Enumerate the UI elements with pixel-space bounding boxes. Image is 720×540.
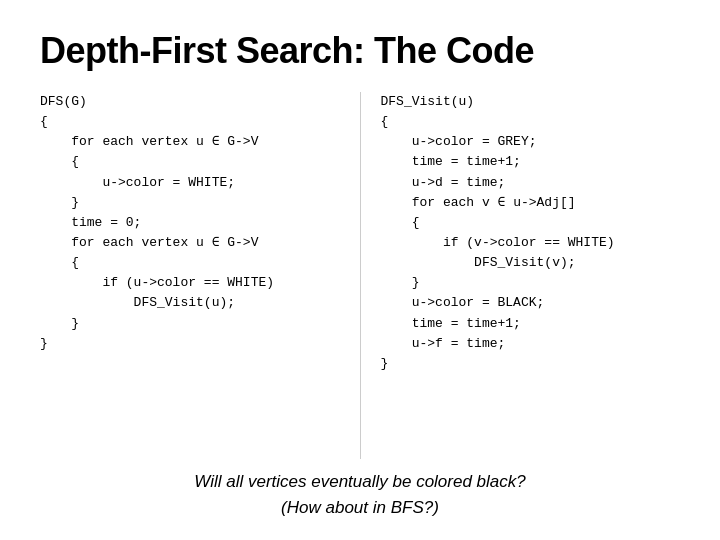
bottom-text: Will all vertices eventually be colored … <box>40 469 680 520</box>
left-header: DFS(G) <box>40 94 87 109</box>
slide: Depth-First Search: The Code DFS(G) { fo… <box>0 0 720 540</box>
right-body: { u->color = GREY; time = time+1; u->d =… <box>381 114 615 371</box>
left-code: DFS(G) { for each vertex u ∈ G->V { u->c… <box>40 92 340 354</box>
right-header: DFS_Visit(u) <box>381 94 475 109</box>
bottom-line1: Will all vertices eventually be colored … <box>40 469 680 495</box>
left-code-panel: DFS(G) { for each vertex u ∈ G->V { u->c… <box>40 92 361 459</box>
slide-title: Depth-First Search: The Code <box>40 30 680 72</box>
right-code-panel: DFS_Visit(u) { u->color = GREY; time = t… <box>361 92 681 459</box>
bottom-line2: (How about in BFS?) <box>40 495 680 521</box>
right-code: DFS_Visit(u) { u->color = GREY; time = t… <box>381 92 681 374</box>
left-body: { for each vertex u ∈ G->V { u->color = … <box>40 114 274 351</box>
code-section: DFS(G) { for each vertex u ∈ G->V { u->c… <box>40 92 680 459</box>
